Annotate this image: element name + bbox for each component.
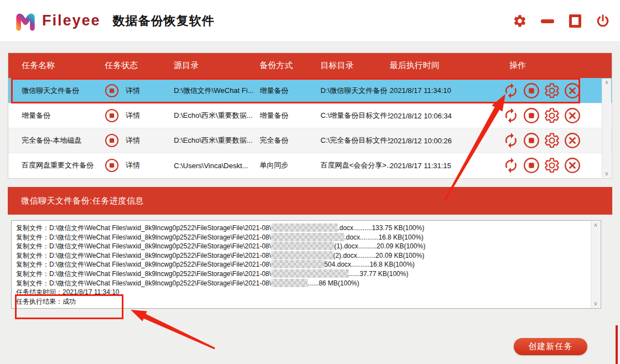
logo-text: Fileyee — [42, 12, 101, 29]
fileyee-logo-icon — [13, 10, 38, 32]
table-scrollbar[interactable]: ∧ ∨ — [602, 79, 611, 178]
censored-block — [271, 279, 308, 287]
stop-status-icon — [105, 84, 119, 98]
log-result: 任务执行结果：成功 — [16, 297, 586, 306]
table-row[interactable]: 百度网盘重要文件备份 详情 C:\Users\Vinca\Deskt... 单向… — [8, 153, 612, 178]
progress-title: 微信聊天文件备份:任务进度信息 — [21, 196, 144, 206]
log-end-time: 任务结束时间：2021/8/17 11:34:10 — [16, 288, 586, 297]
log-line: 复制文件：D:\微信文件\WeChat Files\wxid_8k9lncwg0… — [16, 223, 586, 233]
row-actions — [495, 107, 612, 124]
minimize-icon[interactable] — [540, 14, 555, 28]
table-row[interactable]: 完全备份-本地磁盘 详情 D:\Echo\西米\重要数据... 完全备份 C:\… — [8, 128, 612, 153]
stop-status-icon — [105, 108, 119, 123]
target-dir: C:\完全备份目标文件夹 — [321, 136, 390, 145]
target-dir: 百度网盘<会会分享>... — [321, 160, 390, 170]
detail-link[interactable]: 详情 — [126, 111, 140, 121]
log-scrollbar[interactable]: ∧ ∨ — [591, 221, 600, 308]
log-line: 复制文件：D:\微信文件\WeChat Files\wxid_8k9lncwg0… — [16, 260, 586, 269]
task-status-cell: 详情 — [105, 84, 174, 98]
title-bar: Fileyee 数据备份恢复软件 — [0, 0, 620, 42]
close-circle-icon[interactable] — [564, 132, 581, 149]
backup-method: 增量备份 — [260, 86, 321, 96]
last-run-time: 2021/8/17 11:34:10 — [390, 86, 495, 95]
gear-icon[interactable] — [544, 157, 560, 174]
sync-icon[interactable] — [503, 107, 519, 124]
log-line: 复制文件：D:\微信文件\WeChat Files\wxid_8k9lncwg0… — [16, 233, 586, 242]
gear-icon[interactable] — [544, 132, 560, 149]
target-dir: D:\微信聊天文件备份 — [321, 86, 390, 96]
table-row[interactable]: 微信聊天文件备份 详情 D:\微信文件\WeChat Fi... 增量备份 D:… — [8, 78, 612, 103]
backup-method: 增量备份 — [260, 111, 321, 121]
col-header-task-name: 任务名称 — [22, 60, 105, 71]
stop-icon[interactable] — [523, 107, 540, 124]
close-circle-icon[interactable] — [564, 107, 581, 124]
log-line: 复制文件：D:\微信文件\WeChat Files\wxid_8k9lncwg0… — [16, 279, 586, 288]
app-title: 数据备份恢复软件 — [113, 13, 215, 29]
stop-status-icon — [105, 133, 119, 148]
task-name: 增量备份 — [22, 111, 105, 121]
sync-icon[interactable] — [503, 132, 519, 149]
backup-method: 完全备份 — [260, 136, 321, 145]
scroll-down-icon[interactable]: ∨ — [602, 170, 611, 178]
col-header-last-run-time: 最后执行时间 — [390, 60, 495, 71]
task-log-box: 复制文件：D:\微信文件\WeChat Files\wxid_8k9lncwg0… — [11, 220, 601, 309]
table-row[interactable]: 增量备份 详情 D:\Echo\西米\重要数据... 增量备份 C:\增量备份目… — [8, 103, 612, 128]
maximize-icon[interactable] — [568, 14, 582, 28]
source-dir: C:\Users\Vinca\Deskt... — [174, 162, 260, 170]
scroll-up-icon[interactable]: ∧ — [602, 79, 611, 86]
scroll-down-icon[interactable]: ∨ — [591, 300, 600, 308]
stop-icon[interactable] — [523, 157, 540, 174]
gear-icon[interactable] — [544, 82, 560, 99]
sync-icon[interactable] — [503, 157, 519, 174]
col-header-target-dir: 目标目录 — [321, 60, 390, 71]
last-run-time: 2021/8/17 11:31:15 — [390, 162, 495, 170]
detail-link[interactable]: 详情 — [126, 160, 140, 170]
source-dir: D:\微信文件\WeChat Fi... — [174, 86, 260, 96]
stop-icon[interactable] — [523, 82, 540, 99]
censored-block — [271, 251, 333, 259]
task-status-cell: 详情 — [105, 133, 174, 148]
row-actions — [495, 82, 612, 99]
close-circle-icon[interactable] — [564, 82, 581, 99]
detail-link[interactable]: 详情 — [126, 86, 140, 96]
app-window: Fileyee 数据备份恢复软件 任务名称 任务状态 源目录 备份方式 目标目录… — [0, 0, 620, 364]
censored-block — [271, 269, 349, 278]
log-line: 复制文件：D:\微信文件\WeChat Files\wxid_8k9lncwg0… — [16, 242, 586, 251]
task-status-cell: 详情 — [105, 158, 174, 173]
power-close-icon[interactable] — [596, 14, 610, 28]
source-dir: D:\Echo\西米\重要数据... — [174, 111, 260, 121]
gear-icon[interactable] — [544, 107, 560, 124]
create-task-button[interactable]: 创建新任务 — [514, 338, 587, 355]
stop-status-icon — [105, 158, 119, 173]
last-run-time: 2021/8/12 10:00:26 — [390, 137, 495, 145]
censored-block — [271, 223, 338, 232]
backup-method: 单向同步 — [260, 160, 321, 170]
censored-block — [271, 242, 334, 250]
table-header-row: 任务名称 任务状态 源目录 备份方式 目标目录 最后执行时间 操作 — [8, 53, 612, 78]
task-name: 微信聊天文件备份 — [22, 86, 105, 96]
col-header-actions: 操作 — [495, 60, 612, 71]
target-dir: C:\增量备份目标文件夹 — [321, 111, 390, 121]
task-status-cell: 详情 — [105, 108, 174, 123]
window-edge-line — [616, 325, 618, 364]
col-header-source-dir: 源目录 — [174, 60, 260, 71]
detail-link[interactable]: 详情 — [126, 136, 140, 145]
scroll-up-icon[interactable]: ∧ — [591, 221, 600, 229]
stop-icon[interactable] — [523, 132, 540, 149]
row-actions — [495, 157, 612, 174]
col-header-backup-method: 备份方式 — [260, 60, 321, 71]
task-table: 任务名称 任务状态 源目录 备份方式 目标目录 最后执行时间 操作 微信聊天文件… — [8, 53, 612, 179]
close-circle-icon[interactable] — [564, 157, 581, 174]
censored-block — [271, 260, 324, 268]
sync-icon[interactable] — [503, 82, 519, 99]
source-dir: D:\Echo\西米\重要数据... — [174, 136, 260, 145]
log-line: 复制文件：D:\微信文件\WeChat Files\wxid_8k9lncwg0… — [16, 269, 586, 279]
log-line: 复制文件：D:\微信文件\WeChat Files\wxid_8k9lncwg0… — [16, 251, 586, 261]
window-controls — [513, 0, 610, 42]
progress-panel-header: 微信聊天文件备份:任务进度信息 — [8, 187, 612, 215]
gear-icon[interactable] — [513, 14, 527, 28]
last-run-time: 2021/8/12 10:06:34 — [390, 112, 495, 120]
col-header-task-status: 任务状态 — [105, 60, 174, 71]
task-name: 完全备份-本地磁盘 — [22, 136, 105, 145]
annotation-arrow-to-result — [131, 310, 215, 349]
